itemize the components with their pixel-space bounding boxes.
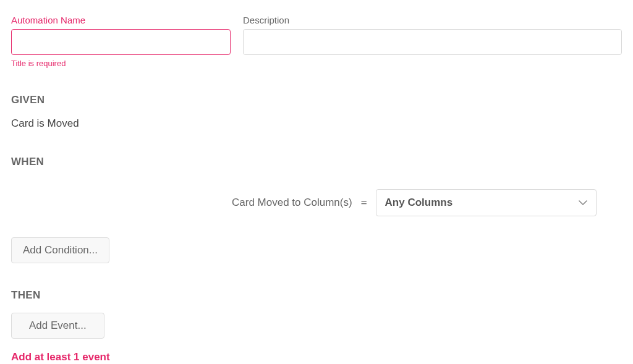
column-select-value: Any Columns — [385, 197, 453, 209]
condition-operator: = — [361, 197, 367, 209]
add-event-button[interactable]: Add Event... — [11, 313, 104, 339]
when-section-label: WHEN — [11, 156, 622, 168]
description-input[interactable] — [243, 29, 622, 55]
condition-field-label: Card Moved to Column(s) — [232, 197, 352, 209]
given-trigger-text: Card is Moved — [11, 117, 622, 130]
description-label: Description — [243, 15, 622, 25]
automation-name-field-group: Automation Name Title is required — [11, 15, 231, 68]
description-field-group: Description — [243, 15, 622, 55]
when-condition-row: Card Moved to Column(s) = Any Columns — [11, 189, 622, 216]
header-form-row: Automation Name Title is required Descri… — [11, 15, 622, 68]
automation-name-error: Title is required — [11, 59, 231, 68]
add-condition-button[interactable]: Add Condition... — [11, 237, 109, 263]
automation-name-label: Automation Name — [11, 15, 231, 25]
column-select[interactable]: Any Columns — [376, 189, 597, 216]
then-error-message: Add at least 1 event — [11, 351, 622, 363]
chevron-down-icon — [579, 200, 587, 205]
automation-name-input[interactable] — [11, 29, 231, 55]
then-section-label: THEN — [11, 289, 622, 302]
given-section-label: GIVEN — [11, 94, 622, 106]
